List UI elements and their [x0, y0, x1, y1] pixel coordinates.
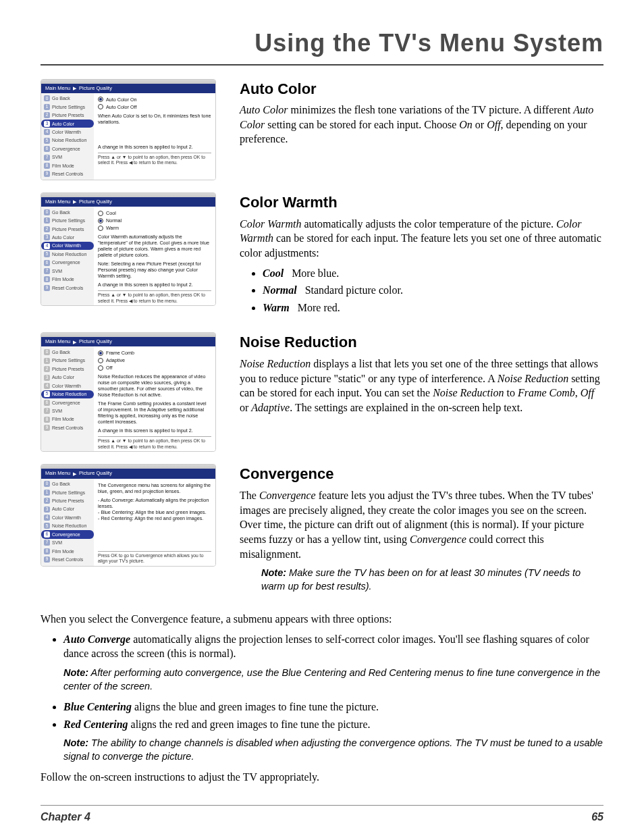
menu-screenshot-noise-reduction: Main Menu ▶ Picture Quality 0Go Back 1Pi… [41, 332, 216, 452]
breadcrumb-root: Main Menu [45, 338, 70, 345]
sidebar-item-label: Auto Color [52, 506, 74, 512]
radio-icon [98, 226, 103, 231]
radio-icon [98, 365, 103, 371]
sidebar-item-label: Film Mode [52, 163, 74, 169]
breadcrumb-leaf: Picture Quality [79, 85, 112, 92]
menu-screenshot-convergence: Main Menu ▶ Picture Quality 0Go Back 1Pi… [41, 464, 216, 566]
sidebar-item-label: Color Warmth [52, 515, 81, 521]
sidebar-item-label: Color Warmth [52, 242, 81, 249]
sidebar-item-label: Picture Settings [52, 357, 85, 363]
body-paragraph: Color Warmth automatically adjusts the c… [240, 217, 603, 261]
menu-desc: - Red Centering: Align the red and green… [98, 515, 211, 521]
footer-page-number: 65 [591, 810, 603, 825]
sidebar-item-label: Color Warmth [52, 129, 81, 135]
radio-label: Frame Comb [106, 350, 134, 356]
radio-icon [98, 104, 103, 109]
list-item: Blue Centering aligns the blue and green… [63, 700, 603, 714]
sidebar-item-label: Film Mode [52, 276, 74, 282]
footer-chapter: Chapter 4 [41, 810, 90, 825]
menu-help: Press ▲ or ▼ to point to an option, then… [98, 290, 211, 304]
menu-desc: - Blue Centering: Align the blue and gre… [98, 509, 211, 515]
sidebar-item-label: Film Mode [52, 548, 74, 554]
sidebar-item-label: Picture Presets [52, 498, 84, 504]
menu-content: Frame Comb Adaptive Off Noise Reduction … [94, 346, 215, 451]
menu-desc: Note: Selecting a new Picture Preset (ex… [98, 261, 211, 279]
radio-label: Cool [106, 210, 116, 216]
sidebar-item-label: Picture Settings [52, 490, 85, 496]
menu-help: Press OK to go to Convergence which allo… [98, 551, 211, 565]
sidebar-item-label: Go Back [52, 95, 70, 101]
sidebar-item-label: Picture Presets [52, 226, 84, 232]
section-convergence: Main Menu ▶ Picture Quality 0Go Back 1Pi… [41, 464, 603, 600]
section-heading: Noise Reduction [240, 332, 603, 353]
sidebar-item-label: Go Back [52, 481, 70, 487]
menu-content: The Convergence menu has screens for ali… [94, 479, 215, 566]
breadcrumb-root: Main Menu [45, 199, 70, 205]
sidebar-item-label: Reset Controls [52, 171, 83, 177]
menu-help: Press ▲ or ▼ to point to an option, then… [98, 436, 211, 450]
list-item: Normal Standard picture color. [263, 283, 603, 298]
bullet-list: Auto Converge automatically aligns the p… [41, 632, 603, 764]
breadcrumb-leaf: Picture Quality [79, 199, 112, 205]
sidebar-item-label: Auto Color [52, 374, 74, 380]
breadcrumb: Main Menu ▶ Picture Quality [41, 337, 215, 346]
menu-content: Auto Color On Auto Color Off When Auto C… [94, 93, 215, 180]
body-paragraph: Auto Color minimizes the flesh tone vari… [240, 103, 603, 147]
section-heading: Convergence [240, 464, 603, 484]
menu-applied: A change in this screen is applied to In… [98, 427, 211, 434]
sidebar-item-label: SVM [52, 268, 62, 274]
bullet-list: Cool More blue. Normal Standard picture … [240, 266, 603, 315]
section-heading: Auto Color [240, 79, 603, 99]
menu-desc: Noise Reduction reduces the appearance o… [98, 373, 211, 398]
list-item: Auto Converge automatically aligns the p… [63, 632, 603, 693]
menu-sidebar: 0Go Back 1Picture Settings 2Picture Pres… [41, 479, 94, 566]
menu-screenshot-color-warmth: Main Menu ▶ Picture Quality 0Go Back 1Pi… [41, 192, 216, 306]
sidebar-item-label: Picture Presets [52, 112, 84, 118]
sidebar-item-label: SVM [52, 408, 62, 414]
section-noise-reduction: Main Menu ▶ Picture Quality 0Go Back 1Pi… [41, 332, 603, 452]
menu-help: Press ▲ or ▼ to point to an option, then… [98, 153, 211, 166]
list-item: Red Centering aligns the red and green i… [63, 717, 603, 764]
chevron-right-icon: ▶ [73, 199, 76, 205]
sidebar-item-label: Reset Controls [52, 425, 83, 431]
radio-label: Off [106, 365, 112, 371]
list-item: Warm More red. [263, 301, 603, 315]
breadcrumb: Main Menu ▶ Picture Quality [41, 84, 215, 93]
breadcrumb-leaf: Picture Quality [79, 470, 112, 477]
section-color-warmth: Main Menu ▶ Picture Quality 0Go Back 1Pi… [41, 192, 603, 320]
menu-sidebar: 0Go Back 1Picture Settings 2Picture Pres… [41, 93, 94, 180]
body-paragraph: Follow the on-screen instructions to adj… [41, 770, 603, 785]
radio-label: Auto Color Off [106, 104, 136, 110]
breadcrumb-root: Main Menu [45, 470, 70, 477]
note: Note: After performing auto convergence,… [63, 667, 603, 693]
radio-label: Warm [106, 225, 119, 231]
menu-content: Cool Normal Warm Color Warmth automatica… [94, 207, 215, 305]
radio-icon [98, 350, 103, 356]
sidebar-item-label: Picture Settings [52, 104, 85, 110]
menu-screenshot-auto-color: Main Menu ▶ Picture Quality 0Go Back 1Pi… [41, 79, 216, 181]
radio-label: Adaptive [106, 357, 125, 363]
radio-icon [98, 211, 103, 216]
menu-applied: A change in this screen is applied to In… [98, 282, 211, 288]
sidebar-item-label: Convergence [52, 400, 80, 406]
radio-icon [98, 358, 103, 363]
radio-icon [98, 218, 103, 224]
sidebar-item-label: Go Back [52, 349, 70, 355]
breadcrumb-root: Main Menu [45, 85, 70, 92]
radio-label: Normal [106, 217, 122, 224]
sidebar-item-label: Noise Reduction [52, 391, 86, 397]
radio-icon [98, 97, 103, 102]
breadcrumb: Main Menu ▶ Picture Quality [41, 469, 215, 478]
page-header-title: Using the TV's Menu System [41, 27, 603, 66]
sidebar-item-label: SVM [52, 154, 62, 160]
sidebar-item-label: Auto Color [52, 234, 74, 240]
section-heading: Color Warmth [240, 192, 603, 213]
chevron-right-icon: ▶ [73, 339, 76, 345]
body-paragraph: The Convergence feature lets you adjust … [240, 488, 603, 561]
sidebar-item-label: Reset Controls [52, 285, 83, 291]
menu-applied: A change in this screen is applied to In… [98, 144, 211, 150]
chevron-right-icon: ▶ [73, 471, 76, 477]
page-footer: Chapter 4 65 [41, 805, 603, 825]
sidebar-item-label: Convergence [52, 531, 80, 538]
body-paragraph: Noise Reduction displays a list that let… [240, 357, 603, 415]
